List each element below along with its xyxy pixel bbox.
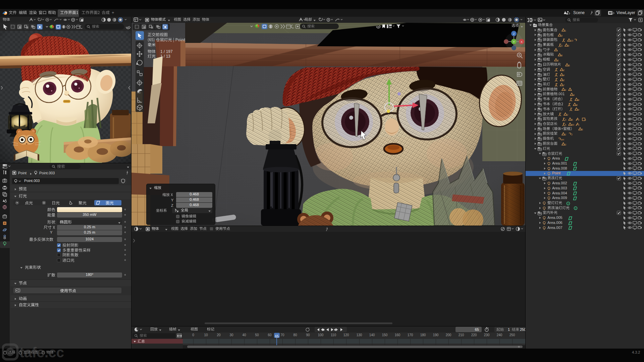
svg-text:Y: Y [513,40,515,44]
svg-text:tafe.cc: tafe.cc [19,345,64,360]
svg-text:X: X [521,40,523,44]
svg-text:Z: Z [513,32,515,36]
